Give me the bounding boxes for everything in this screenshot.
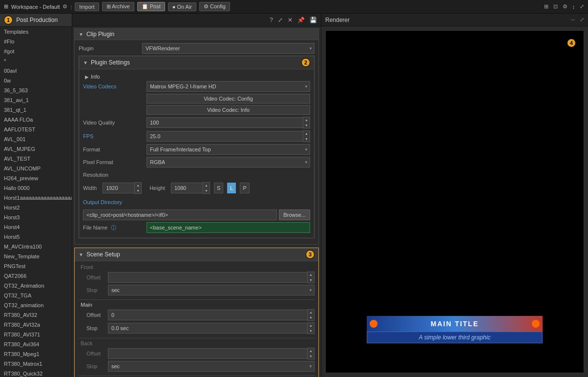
on-air-btn[interactable]: ● On Air [168, 2, 196, 11]
sidebar-item[interactable]: QAT2066 [0, 271, 72, 281]
main-offset-input[interactable]: 0 [108, 310, 307, 320]
post-btn[interactable]: 📋 Post [137, 2, 165, 11]
sidebar-item[interactable]: RT380_Avi364 [0, 339, 72, 349]
sidebar-item[interactable]: AAAA FLOa [0, 115, 72, 125]
video-quality-input[interactable]: 100 [147, 117, 303, 128]
plugin-settings-header[interactable]: ▼ Plugin Settings 2 [79, 56, 314, 69]
sidebar-item[interactable]: AVL_MJPEG [0, 144, 72, 154]
sidebar-item[interactable]: 36_5_363 [0, 85, 72, 95]
btn-l[interactable]: L [227, 183, 236, 193]
sidebar-item[interactable]: AAFLOTEST [0, 125, 72, 134]
sidebar-item[interactable]: 381_avi_1 [0, 95, 72, 105]
renderer-icon-2[interactable]: ⤢ [580, 17, 584, 23]
expand-icon[interactable]: ⤢ [277, 16, 284, 24]
sidebar-item[interactable]: 00avl [0, 66, 72, 76]
sidebar-item[interactable]: RT380_Mpeg1 [0, 349, 72, 359]
sidebar-item[interactable]: M_AVCIntra100 [0, 242, 72, 251]
back-stop-select[interactable]: sec [108, 361, 315, 372]
sidebar-item[interactable]: 0w [0, 76, 72, 85]
fps-down[interactable]: ▼ [303, 136, 310, 142]
btn-p[interactable]: P [240, 183, 249, 193]
pin-icon[interactable]: 📌 [296, 16, 306, 24]
output-path-input[interactable]: <clip_root>post/<hostname>/<if0> [83, 209, 277, 220]
btn-s[interactable]: S [214, 183, 223, 193]
sidebar-item[interactable]: Hallo 0000 [0, 183, 72, 193]
codec-config-btn[interactable]: Video Codec: Config [147, 94, 310, 104]
front-offset-up[interactable]: ▲ [308, 272, 314, 277]
sidebar-list[interactable]: Templates#Flo#got*00avl0w36_5_363381_avi… [0, 27, 72, 377]
main-offset-down[interactable]: ▼ [308, 315, 314, 320]
clip-plugin-header[interactable]: ▼ Clip Plugin [75, 29, 318, 40]
back-offset-up[interactable]: ▲ [308, 348, 314, 354]
plugin-select[interactable]: VFWRenderer [142, 43, 315, 54]
settings-icon[interactable]: ⚙ [63, 3, 67, 10]
sidebar-item[interactable]: Templates [0, 27, 72, 37]
main-stop-input[interactable]: 0.0 sec [108, 323, 307, 334]
width-input[interactable]: 1920 [103, 183, 134, 193]
sidebar-item[interactable]: 381_qt_1 [0, 105, 72, 115]
width-down[interactable]: ▼ [135, 188, 141, 193]
config-btn[interactable]: ⚙ Config [199, 2, 230, 11]
main-stop-down[interactable]: ▼ [308, 328, 314, 334]
sidebar-item[interactable]: QT32_TGA [0, 291, 72, 300]
back-offset-down[interactable]: ▼ [308, 354, 314, 359]
sidebar-item[interactable]: Horst5 [0, 232, 72, 242]
top-icon-5[interactable]: ⤢ [580, 3, 584, 10]
sidebar-item[interactable]: RT380_AVI371 [0, 330, 72, 339]
browse-btn[interactable]: Browse... [279, 209, 310, 220]
sidebar-item[interactable]: RT380_AVI32a [0, 320, 72, 330]
scene-setup-header[interactable]: ▼ Scene Setup 3 [75, 248, 318, 261]
sidebar-item[interactable]: #got [0, 46, 72, 56]
top-icon-3[interactable]: ⚙ [563, 3, 567, 10]
main-offset-up[interactable]: ▲ [308, 310, 314, 315]
import-btn[interactable]: Import [75, 2, 99, 11]
sidebar-item[interactable]: RT380_AVI32 [0, 310, 72, 320]
back-offset-input[interactable] [108, 348, 307, 359]
video-codecs-select[interactable]: Matrox MPEG-2 I-frame HD [147, 81, 310, 92]
file-name-input[interactable]: <base_scene_name> [147, 222, 310, 233]
sidebar-item[interactable]: Horst3 [0, 212, 72, 222]
sidebar-item[interactable]: RT380_Matrox1 [0, 359, 72, 369]
sidebar-item[interactable]: RT380_Quick32 [0, 369, 72, 377]
fps-input[interactable]: 25.0 [147, 131, 303, 142]
sidebar-item[interactable]: AVL_UNCOMP [0, 164, 72, 173]
sidebar-item[interactable]: AVL_001 [0, 134, 72, 144]
sidebar-item[interactable]: New_Template [0, 251, 72, 261]
top-icon-4[interactable]: ↕ [572, 4, 575, 10]
sidebar-item[interactable]: AVL_TEST [0, 154, 72, 164]
fps-up[interactable]: ▲ [303, 131, 310, 136]
front-offset-down[interactable]: ▼ [308, 277, 314, 283]
close-icon[interactable]: ✕ [287, 16, 294, 24]
main-stop-up[interactable]: ▲ [308, 323, 314, 328]
renderer-icon-1[interactable]: ↔ [570, 17, 576, 23]
fps-label[interactable]: FPS [83, 133, 147, 139]
info-subsection-header[interactable]: ▶ Info [83, 72, 310, 81]
video-quality-down[interactable]: ▼ [303, 123, 310, 128]
output-dir-label[interactable]: Output Directory [83, 199, 122, 205]
width-up[interactable]: ▲ [135, 183, 141, 188]
top-icon-1[interactable]: ⊞ [544, 3, 548, 10]
archive-btn[interactable]: ⊞ Archive [102, 2, 134, 11]
video-quality-up[interactable]: ▲ [303, 117, 310, 123]
height-input[interactable]: 1080 [171, 183, 203, 193]
height-down[interactable]: ▼ [203, 188, 210, 193]
pixel-format-select[interactable]: RGBA [147, 157, 310, 168]
sidebar-item[interactable]: Horst4 [0, 222, 72, 232]
sidebar-item[interactable]: H264_preview [0, 173, 72, 183]
save-icon[interactable]: 💾 [309, 16, 318, 24]
sidebar-item[interactable]: Horst1aaaaaaaaaaaaaaaaaaaaaaaa [0, 193, 72, 203]
format-select[interactable]: Full Frame/Interlaced Top [147, 144, 310, 155]
height-up[interactable]: ▲ [203, 183, 210, 188]
sidebar-item[interactable]: #Flo [0, 37, 72, 46]
sidebar-item[interactable]: Horst2 [0, 203, 72, 212]
sidebar-item[interactable]: QT32_Animation [0, 281, 72, 291]
sidebar-item[interactable]: * [0, 56, 72, 66]
front-offset-input[interactable] [108, 272, 307, 283]
video-codecs-label[interactable]: Video Codecs [83, 84, 147, 89]
front-stop-select[interactable]: sec [108, 285, 315, 295]
top-icon-2[interactable]: ⊡ [553, 3, 558, 10]
sidebar-item[interactable]: PNGTest [0, 261, 72, 271]
sidebar-item[interactable]: QT32_animation [0, 300, 72, 310]
codec-info-btn[interactable]: Video Codec: Info [147, 105, 310, 115]
help-icon[interactable]: ? [269, 16, 274, 24]
